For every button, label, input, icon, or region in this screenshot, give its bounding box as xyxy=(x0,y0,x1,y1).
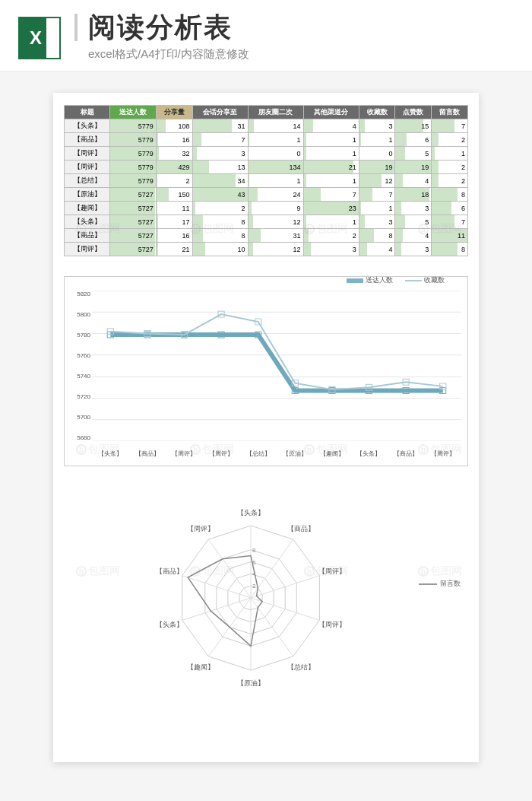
line-chart-legend: 送达人数 收藏数 xyxy=(347,275,445,285)
data-cell: 1 xyxy=(359,133,395,147)
data-cell: 16 xyxy=(156,229,192,243)
data-cell: 32 xyxy=(156,147,192,161)
data-cell: 3 xyxy=(359,119,395,133)
table-row: 【总结】5779234111242 xyxy=(65,174,468,188)
row-label: 【趣闻】 xyxy=(65,202,110,215)
table-row: 【原油】5727150432477188 xyxy=(65,188,468,202)
data-cell: 5779 xyxy=(110,133,156,147)
data-cell: 34 xyxy=(192,174,248,188)
data-cell: 31 xyxy=(248,229,303,243)
data-cell: 19 xyxy=(359,161,395,174)
svg-text:【周评】: 【周评】 xyxy=(318,621,346,628)
excel-icon-letter: X xyxy=(30,27,42,49)
legend-item-2: 收藏数 xyxy=(405,275,445,285)
svg-text:2: 2 xyxy=(252,583,256,590)
svg-text:【头条】: 【头条】 xyxy=(237,509,264,517)
radar-chart-legend: 留言数 xyxy=(419,579,461,589)
data-cell: 5 xyxy=(395,215,432,229)
data-cell: 429 xyxy=(156,161,192,174)
data-cell: 3 xyxy=(395,202,432,215)
data-cell: 7 xyxy=(303,188,359,202)
svg-text:【周评】: 【周评】 xyxy=(318,567,346,575)
page-subtitle: excel格式/A4打印/内容随意修改 xyxy=(74,47,514,62)
table-row: 【商品】577916711162 xyxy=(65,133,468,147)
data-cell: 0 xyxy=(359,147,395,161)
data-cell: 6 xyxy=(395,133,432,147)
data-cell: 2 xyxy=(432,161,468,174)
row-label: 【总结】 xyxy=(65,174,110,188)
data-cell: 5727 xyxy=(110,229,156,243)
table-row: 【周评】57272110123438 xyxy=(65,243,468,256)
col-header: 朋友圈二次 xyxy=(248,106,303,119)
data-cell: 7 xyxy=(432,119,468,133)
table-row: 【趣闻】5727112923136 xyxy=(65,202,468,215)
svg-text:【总结】: 【总结】 xyxy=(287,663,315,671)
svg-line-50 xyxy=(208,539,251,598)
data-cell: 14 xyxy=(248,119,303,133)
legend-item-1: 送达人数 xyxy=(347,275,393,285)
col-header: 其他渠道分 xyxy=(303,106,359,119)
data-cell: 4 xyxy=(359,243,395,256)
row-label: 【周评】 xyxy=(65,161,110,174)
header-text: 阅读分析表 excel格式/A4打印/内容随意修改 xyxy=(74,14,514,62)
data-cell: 2 xyxy=(432,133,468,147)
row-label: 【商品】 xyxy=(65,229,110,243)
data-cell: 12 xyxy=(248,243,303,256)
data-cell: 2 xyxy=(303,229,359,243)
data-cell: 7 xyxy=(359,188,395,202)
data-cell: 5727 xyxy=(110,188,156,202)
row-label: 【商品】 xyxy=(65,133,110,147)
data-cell: 18 xyxy=(395,188,432,202)
line-chart-yaxis: 56805700572057405760578058005820 xyxy=(66,291,90,441)
svg-text:【周评】: 【周评】 xyxy=(187,525,214,532)
data-cell: 5779 xyxy=(110,174,156,188)
data-cell: 1 xyxy=(248,133,303,147)
data-cell: 1 xyxy=(303,174,359,188)
data-cell: 5727 xyxy=(110,243,156,256)
data-cell: 8 xyxy=(432,243,468,256)
data-cell: 19 xyxy=(395,161,432,174)
data-cell: 5727 xyxy=(110,215,156,229)
table-row: 【头条】5779108311443157 xyxy=(65,119,468,133)
data-cell: 1 xyxy=(248,174,303,188)
svg-text:【头条】: 【头条】 xyxy=(156,621,183,628)
excel-icon: X xyxy=(18,17,61,59)
table-row: 【周评】577932301051 xyxy=(65,147,468,161)
row-label: 【原油】 xyxy=(65,188,110,202)
data-cell: 43 xyxy=(192,188,248,202)
data-cell: 4 xyxy=(395,229,432,243)
data-cell: 5779 xyxy=(110,161,156,174)
data-cell: 3 xyxy=(192,147,248,161)
line-chart: 送达人数 收藏数 5680570057205740576057805800582… xyxy=(64,276,468,466)
data-cell: 1 xyxy=(303,147,359,161)
data-cell: 3 xyxy=(359,215,395,229)
data-cell: 8 xyxy=(192,215,248,229)
data-cell: 5779 xyxy=(110,147,156,161)
col-header: 会话分享至 xyxy=(192,106,248,119)
data-cell: 12 xyxy=(248,215,303,229)
data-cell: 31 xyxy=(192,119,248,133)
row-label: 【周评】 xyxy=(65,147,110,161)
col-header: 送达人数 xyxy=(110,106,156,119)
row-label: 【头条】 xyxy=(65,119,110,133)
data-cell: 11 xyxy=(156,202,192,215)
radar-chart: 2468【头条】【商品】【周评】【周评】【总结】【原油】【趣闻】【头条】【商品】… xyxy=(64,488,468,701)
svg-text:【商品】: 【商品】 xyxy=(287,525,315,532)
data-cell: 8 xyxy=(192,229,248,243)
data-cell: 12 xyxy=(359,174,395,188)
document-page: 标题送达人数分享量会话分享至朋友圈二次其他渠道分收藏数点赞数留言数 【头条】57… xyxy=(53,93,479,762)
data-cell: 134 xyxy=(248,161,303,174)
data-table: 标题送达人数分享量会话分享至朋友圈二次其他渠道分收藏数点赞数留言数 【头条】57… xyxy=(64,105,468,256)
data-cell: 16 xyxy=(156,133,192,147)
data-cell: 7 xyxy=(192,133,248,147)
row-label: 【周评】 xyxy=(65,243,110,256)
data-cell: 4 xyxy=(303,119,359,133)
data-cell: 0 xyxy=(248,147,303,161)
data-cell: 2 xyxy=(192,202,248,215)
col-header: 点赞数 xyxy=(395,106,432,119)
svg-line-40 xyxy=(251,598,293,656)
data-cell: 3 xyxy=(395,243,432,256)
data-cell: 5779 xyxy=(110,119,156,133)
line-chart-plot xyxy=(92,291,461,441)
data-cell: 1 xyxy=(432,147,468,161)
